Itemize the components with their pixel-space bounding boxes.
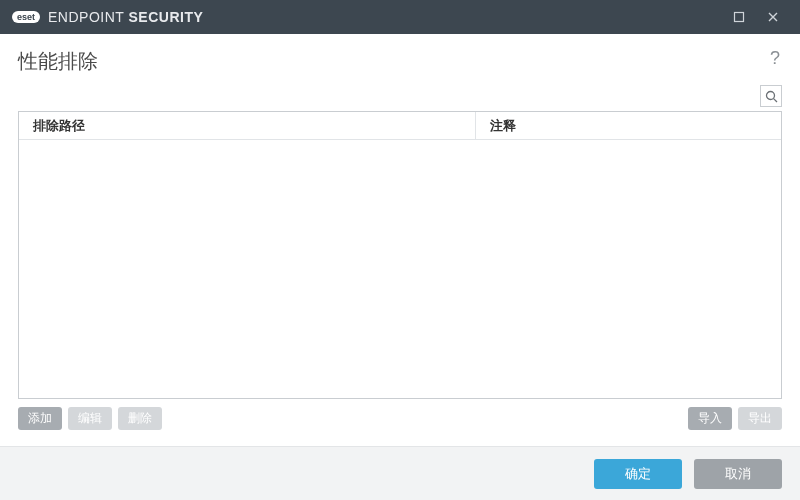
table-header: 排除路径 注释 bbox=[19, 112, 781, 140]
help-button[interactable]: ? bbox=[770, 48, 780, 69]
search-row bbox=[18, 85, 782, 107]
brand: eset ENDPOINT SECURITY bbox=[12, 9, 203, 25]
brand-light: ENDPOINT bbox=[48, 9, 128, 25]
action-row: 添加 编辑 删除 导入 导出 bbox=[18, 407, 782, 430]
column-header-path[interactable]: 排除路径 bbox=[19, 112, 476, 139]
brand-text: ENDPOINT SECURITY bbox=[48, 9, 203, 25]
table-body[interactable] bbox=[19, 140, 781, 398]
edit-button[interactable]: 编辑 bbox=[68, 407, 112, 430]
ok-button[interactable]: 确定 bbox=[594, 459, 682, 489]
brand-badge: eset bbox=[12, 11, 40, 23]
square-icon bbox=[733, 11, 745, 23]
page-title: 性能排除 bbox=[18, 48, 782, 75]
window-close-button[interactable] bbox=[756, 0, 790, 34]
cancel-button[interactable]: 取消 bbox=[694, 459, 782, 489]
export-button[interactable]: 导出 bbox=[738, 407, 782, 430]
import-button[interactable]: 导入 bbox=[688, 407, 732, 430]
add-button[interactable]: 添加 bbox=[18, 407, 62, 430]
exclusion-table: 排除路径 注释 bbox=[18, 111, 782, 399]
brand-bold: SECURITY bbox=[129, 9, 204, 25]
window-maximize-button[interactable] bbox=[722, 0, 756, 34]
svg-point-1 bbox=[766, 91, 774, 99]
footer: 确定 取消 bbox=[0, 446, 800, 500]
help-icon: ? bbox=[770, 48, 780, 68]
svg-rect-0 bbox=[735, 13, 744, 22]
search-button[interactable] bbox=[760, 85, 782, 107]
search-icon bbox=[765, 90, 778, 103]
column-header-comment[interactable]: 注释 bbox=[476, 117, 781, 135]
close-icon bbox=[767, 11, 779, 23]
svg-line-2 bbox=[773, 98, 776, 101]
delete-button[interactable]: 删除 bbox=[118, 407, 162, 430]
content-area: 性能排除 ? 排除路径 注释 添加 编辑 删除 导入 导出 bbox=[0, 34, 800, 446]
titlebar: eset ENDPOINT SECURITY bbox=[0, 0, 800, 34]
